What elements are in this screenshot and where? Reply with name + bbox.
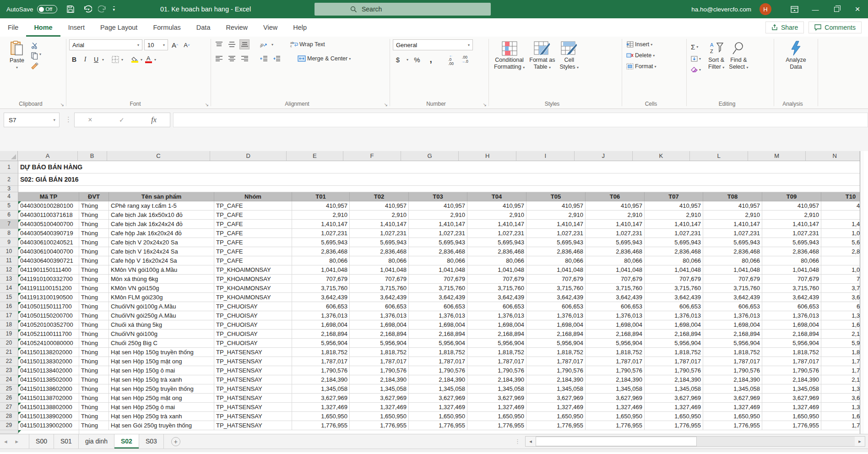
cell-t02[interactable]: 1,376,013 xyxy=(350,311,409,320)
cell-group[interactable]: TP_CHUOISAY xyxy=(214,339,292,348)
cell-t07[interactable]: 5,956,904 xyxy=(645,339,703,348)
cell-unit[interactable]: Thùng xyxy=(79,293,109,302)
cell-unit[interactable]: Thùng xyxy=(79,229,109,238)
cell-group[interactable]: TP_CAFE xyxy=(214,229,292,238)
cell-unit[interactable]: Thùng xyxy=(79,357,109,366)
restore-button[interactable] xyxy=(826,0,847,18)
cell-t02[interactable]: 1,776,955 xyxy=(350,421,409,430)
cut-button[interactable] xyxy=(31,42,41,49)
column-header-M[interactable]: M xyxy=(748,151,806,161)
cell-t03[interactable]: 1,041,048 xyxy=(409,265,467,275)
column-header-B[interactable]: B xyxy=(78,151,107,161)
cell-t08[interactable]: 1,027,231 xyxy=(703,229,762,238)
cell-t03[interactable]: 707,679 xyxy=(409,275,467,284)
cell-t01[interactable]: 5,695,943 xyxy=(292,238,350,247)
cell-unit[interactable]: Thùng xyxy=(79,403,109,412)
cell-product-name[interactable]: ChuốiVN gói100g xyxy=(109,330,214,339)
copy-button[interactable]: ▾ xyxy=(31,52,41,59)
cell-t01[interactable]: 2,910 xyxy=(292,211,350,220)
cell-t01[interactable]: 1,790,576 xyxy=(292,366,350,375)
cell-product-name[interactable]: CPhê rang xay t.cẩm 1-5 xyxy=(109,201,214,211)
undo-button[interactable]: ▾ xyxy=(83,5,90,13)
cell-group[interactable]: TP_HATSENSAY xyxy=(214,421,292,430)
row-header-27[interactable]: 27 xyxy=(0,403,18,412)
cell-t05[interactable]: 1,041,048 xyxy=(526,265,586,275)
cell-code[interactable]: 0440306100240521 xyxy=(18,238,79,247)
row-header-18[interactable]: 18 xyxy=(0,320,18,330)
cell-t03[interactable]: 3,715,760 xyxy=(409,284,467,293)
cell-t06[interactable]: 1,818,752 xyxy=(586,348,645,357)
cell-t08[interactable]: 2,184,390 xyxy=(703,375,762,384)
cell-t07[interactable]: 1,776,955 xyxy=(645,421,703,430)
cell-t08[interactable]: 3,715,760 xyxy=(703,284,762,293)
font-name-select[interactable]: Arial▾ xyxy=(69,39,142,50)
cell-t07[interactable]: 3,715,760 xyxy=(645,284,703,293)
cell-code[interactable]: 0410501150111700 xyxy=(18,302,79,311)
cell-t04[interactable]: 1,327,469 xyxy=(467,403,526,412)
cell-t04[interactable]: 606,653 xyxy=(467,302,526,311)
cell-t02[interactable]: 1,790,576 xyxy=(350,366,409,375)
cell-t06[interactable]: 2,910 xyxy=(586,211,645,220)
row-header-23[interactable]: 23 xyxy=(0,366,18,375)
bold-button[interactable]: B xyxy=(69,54,79,65)
cell-t07[interactable]: 1,327,469 xyxy=(645,403,703,412)
cell-t08[interactable]: 2,168,894 xyxy=(703,330,762,339)
cell-unit[interactable]: Thùng xyxy=(79,247,109,256)
comma-style-button[interactable]: , xyxy=(426,54,436,65)
cell-t06[interactable]: 2,836,468 xyxy=(586,247,645,256)
insert-cells-button[interactable]: Insert▾ xyxy=(625,40,684,49)
cell-t02[interactable]: 1,818,752 xyxy=(350,348,409,357)
cell-t04[interactable]: 707,679 xyxy=(467,275,526,284)
cell-t09[interactable]: 707,679 xyxy=(762,275,821,284)
cell-code[interactable]: 0440305100400700 xyxy=(18,220,79,229)
cell-t07[interactable]: 1,787,017 xyxy=(645,357,703,366)
cell-t08[interactable]: 1,787,017 xyxy=(703,357,762,366)
cell-t10[interactable]: 410,957 xyxy=(821,201,864,211)
cell-t09[interactable]: 1,698,004 xyxy=(762,320,821,330)
top-align-button[interactable] xyxy=(214,39,224,49)
cell-t07[interactable]: 1,376,013 xyxy=(645,311,703,320)
column-header-J[interactable]: J xyxy=(575,151,633,161)
row-header-12[interactable]: 12 xyxy=(0,265,18,275)
insert-function-button[interactable]: fx xyxy=(151,116,157,124)
increase-decimal-button[interactable]: ←.0.00 xyxy=(446,54,456,65)
cell-t03[interactable]: 80,066 xyxy=(409,256,467,265)
cell-t10[interactable]: 1,327,469 xyxy=(821,403,864,412)
cell-unit[interactable]: Thùng xyxy=(79,238,109,247)
cell-t01[interactable]: 606,653 xyxy=(292,302,350,311)
cell-unit[interactable]: Thùng xyxy=(79,348,109,357)
fill-button[interactable]: ▾ xyxy=(689,55,702,63)
row-header-28[interactable]: 28 xyxy=(0,412,18,421)
cell-code[interactable]: 0411501138402000 xyxy=(18,366,79,375)
cell-t09[interactable]: 410,957 xyxy=(762,201,821,211)
table-header-t09[interactable]: T09 xyxy=(762,192,821,201)
row-header-[interactable] xyxy=(0,430,18,434)
cell-t09[interactable]: 1,787,017 xyxy=(762,357,821,366)
cell-t06[interactable]: 1,790,576 xyxy=(586,366,645,375)
cell-t07[interactable]: 3,642,439 xyxy=(645,293,703,302)
row-header-24[interactable]: 24 xyxy=(0,375,18,384)
cell-t07[interactable]: 1,410,147 xyxy=(645,220,703,229)
cell-unit[interactable]: Thùng xyxy=(79,375,109,384)
cell-t09[interactable]: 5,956,904 xyxy=(762,339,821,348)
row-header-4[interactable]: 4 xyxy=(0,192,18,201)
save-button[interactable] xyxy=(66,5,75,13)
cell-product-name[interactable]: KMôn VN gói100g á.Mầu xyxy=(109,265,214,275)
cell-t08[interactable]: 606,653 xyxy=(703,302,762,311)
cell-group[interactable]: TP_HATSENSAY xyxy=(214,384,292,394)
cell-t08[interactable]: 410,957 xyxy=(703,201,762,211)
cell-t04[interactable]: 3,627,969 xyxy=(467,394,526,403)
ribbon-tab-help[interactable]: Help xyxy=(285,18,315,37)
cell-t10[interactable]: 3,627,969 xyxy=(821,394,864,403)
cell-t01[interactable]: 1,776,955 xyxy=(292,421,350,430)
cell-t02[interactable]: 1,027,231 xyxy=(350,229,409,238)
cell-t08[interactable]: 1,650,950 xyxy=(703,412,762,421)
report-title[interactable]: DỰ BÁO BÁN HÀNG xyxy=(18,161,864,173)
cell-t08[interactable]: 2,836,468 xyxy=(703,247,762,256)
cell-t08[interactable]: 3,627,969 xyxy=(703,394,762,403)
cell-t09[interactable]: 2,168,894 xyxy=(762,330,821,339)
cell-product-name[interactable]: KMôn VN gói150g xyxy=(109,284,214,293)
cell-t09[interactable]: 1,327,469 xyxy=(762,403,821,412)
cell-t09[interactable]: 606,653 xyxy=(762,302,821,311)
cell-t05[interactable]: 1,345,058 xyxy=(526,384,586,394)
